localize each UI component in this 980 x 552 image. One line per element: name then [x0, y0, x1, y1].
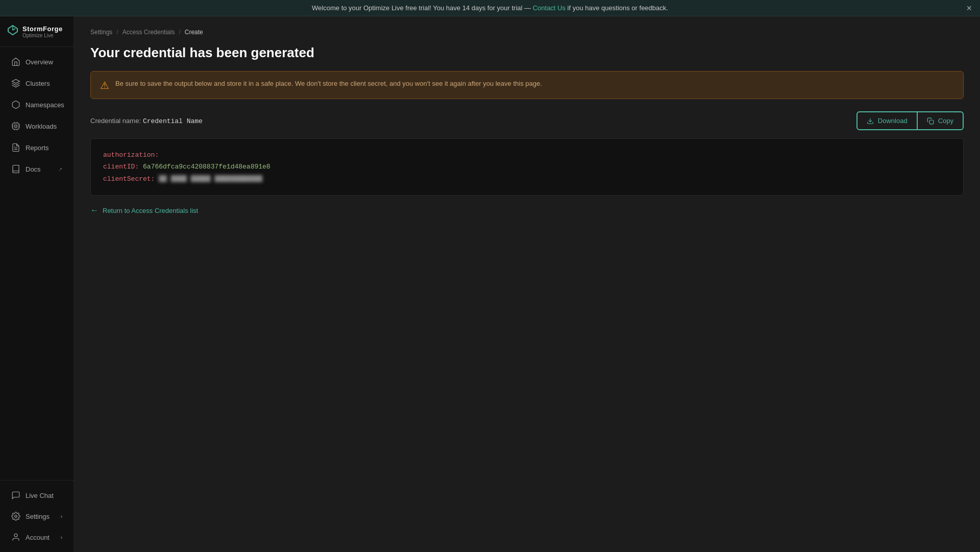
- credential-name-value: Credential Name: [143, 117, 203, 125]
- code-value-clientsecret: ██ ████ █████ ████████████: [159, 175, 262, 183]
- breadcrumb-access-credentials[interactable]: Access Credentials: [122, 29, 175, 36]
- copy-button[interactable]: Copy: [917, 111, 964, 130]
- contact-us-link[interactable]: Contact Us: [533, 4, 566, 12]
- book-icon: [11, 164, 20, 174]
- sidebar-item-live-chat[interactable]: Live Chat: [3, 485, 70, 506]
- copy-icon: [927, 117, 934, 125]
- logo-sub: Optimize Live: [22, 33, 63, 38]
- code-block: authorization: clientID: 6a766dfca9cc420…: [90, 138, 964, 196]
- breadcrumb-create: Create: [185, 29, 203, 36]
- sidebar-item-namespaces[interactable]: Namespaces: [3, 94, 70, 115]
- box-icon: [11, 100, 20, 109]
- code-key-clientid: clientID:: [103, 163, 139, 171]
- home-icon: [11, 57, 20, 66]
- logo-icon: [7, 25, 18, 38]
- sidebar-item-label: Overview: [26, 58, 53, 66]
- sidebar-item-label: Docs: [26, 165, 41, 173]
- message-square-icon: [11, 491, 20, 500]
- svg-marker-1: [12, 80, 20, 84]
- sidebar-item-label: Namespaces: [26, 101, 64, 109]
- sidebar-item-reports[interactable]: Reports: [3, 137, 70, 158]
- file-text-icon: [11, 143, 20, 152]
- warning-text: Be sure to save the output below and sto…: [115, 79, 542, 89]
- logo-name: StormForge: [22, 25, 63, 33]
- sidebar-item-clusters[interactable]: Clusters: [3, 73, 70, 93]
- sidebar-nav: Overview Clusters Namespaces: [0, 47, 74, 480]
- sidebar-item-account[interactable]: Account ›: [3, 527, 70, 547]
- layers-icon: [11, 79, 20, 88]
- warning-banner: ⚠ Be sure to save the output below and s…: [90, 71, 964, 99]
- external-link-icon: ↗: [58, 166, 62, 172]
- banner-text: Welcome to your Optimize Live free trial…: [312, 4, 531, 12]
- main-content: Settings / Access Credentials / Create Y…: [74, 16, 980, 552]
- banner-text-after: if you have questions or feedback.: [568, 4, 668, 12]
- svg-rect-3: [15, 125, 17, 128]
- sidebar-item-docs[interactable]: Docs ↗: [3, 159, 70, 179]
- credential-name-label: Credential name:: [90, 117, 141, 125]
- logo-text: StormForge Optimize Live: [22, 25, 63, 38]
- arrow-left-icon: ←: [90, 206, 99, 215]
- sidebar-item-overview[interactable]: Overview: [3, 52, 70, 72]
- code-key-authorization: authorization:: [103, 151, 159, 159]
- action-buttons: Download Copy: [856, 111, 964, 130]
- credential-name-section: Credential name: Credential Name: [90, 116, 203, 125]
- code-value-clientid: 6a766dfca9cc4208837fe1d48ea891e8: [143, 163, 271, 171]
- breadcrumb-settings[interactable]: Settings: [90, 29, 112, 36]
- sidebar-item-label: Live Chat: [26, 492, 54, 499]
- banner-close-button[interactable]: ×: [966, 4, 972, 13]
- user-icon: [11, 533, 20, 542]
- download-icon: [867, 117, 874, 125]
- sidebar-item-label: Clusters: [26, 80, 50, 87]
- download-button[interactable]: Download: [856, 111, 917, 130]
- breadcrumb: Settings / Access Credentials / Create: [90, 29, 964, 36]
- breadcrumb-sep-2: /: [179, 29, 180, 36]
- breadcrumb-sep-1: /: [116, 29, 118, 36]
- sidebar-item-settings[interactable]: Settings ›: [3, 506, 70, 526]
- page-title: Your credential has been generated: [90, 45, 964, 61]
- svg-rect-17: [929, 120, 934, 124]
- code-line-3: clientSecret: ██ ████ █████ ████████████: [103, 173, 951, 185]
- sidebar-bottom: Live Chat Settings › Account ›: [0, 480, 74, 552]
- code-key-clientsecret: clientSecret:: [103, 175, 155, 183]
- code-line-2: clientID: 6a766dfca9cc4208837fe1d48ea891…: [103, 161, 951, 173]
- return-link-label: Return to Access Credentials list: [103, 207, 198, 214]
- code-line-1: authorization:: [103, 149, 951, 161]
- sidebar-item-label: Reports: [26, 144, 49, 152]
- sidebar-item-workloads[interactable]: Workloads: [3, 116, 70, 136]
- sidebar-logo: StormForge Optimize Live: [0, 16, 74, 47]
- sidebar-item-label: Settings: [26, 513, 50, 520]
- cpu-icon: [11, 122, 20, 131]
- sidebar: StormForge Optimize Live Overview Cluste…: [0, 16, 74, 552]
- svg-point-14: [15, 515, 17, 518]
- credential-row: Credential name: Credential Name Downloa…: [90, 111, 964, 130]
- top-banner: Welcome to your Optimize Live free trial…: [0, 0, 980, 16]
- warning-icon: ⚠: [100, 79, 109, 91]
- chevron-right-icon: ›: [61, 514, 62, 519]
- svg-point-15: [14, 534, 17, 537]
- sidebar-item-label: Workloads: [26, 123, 57, 130]
- return-link[interactable]: ← Return to Access Credentials list: [90, 206, 964, 215]
- chevron-right-icon: ›: [61, 535, 62, 540]
- sidebar-item-label: Account: [26, 534, 50, 541]
- svg-rect-2: [13, 123, 19, 129]
- settings-icon: [11, 512, 20, 521]
